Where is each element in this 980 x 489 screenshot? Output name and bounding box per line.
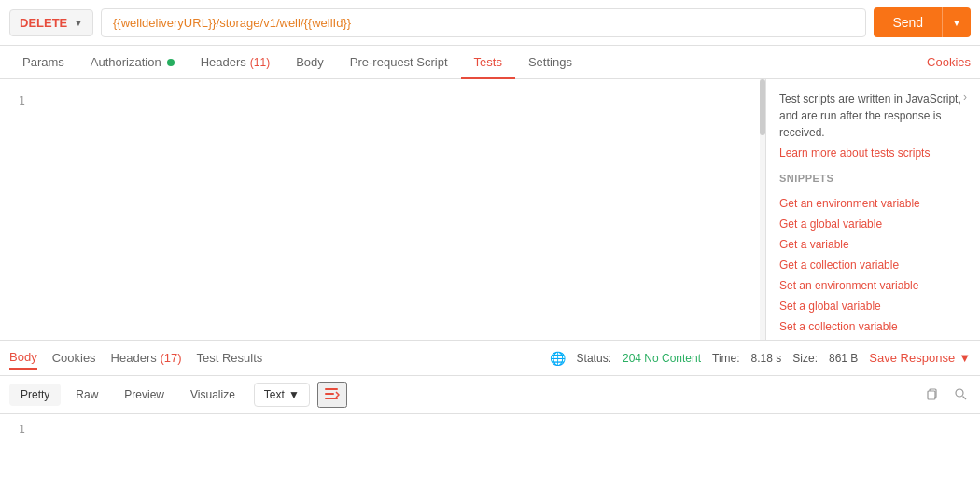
svg-rect-0 xyxy=(325,388,338,390)
tab-headers[interactable]: Headers (11) xyxy=(188,46,283,78)
save-response-dropdown-icon: ▼ xyxy=(959,351,971,365)
snippet-get-collection-var[interactable]: Get a collection variable xyxy=(779,255,967,275)
snippet-get-env-var[interactable]: Get an environment variable xyxy=(779,193,967,214)
time-label: Time: xyxy=(712,352,740,365)
send-button[interactable]: Send xyxy=(874,7,942,37)
tab-prerequest[interactable]: Pre-request Script xyxy=(337,46,461,78)
format-tab-preview[interactable]: Preview xyxy=(113,384,175,406)
cookies-button[interactable]: Cookies xyxy=(927,55,971,69)
editor-gutter: 1 xyxy=(0,79,33,115)
response-body: 1 xyxy=(0,414,980,489)
format-tab-raw[interactable]: Raw xyxy=(64,384,109,406)
authorization-active-dot xyxy=(167,59,175,66)
main-content: 1 Test scripts are written in JavaScript… xyxy=(0,79,980,341)
snippet-set-collection-var[interactable]: Set a collection variable xyxy=(779,316,967,337)
tabs-bar: Params Authorization Headers (11) Body P… xyxy=(0,46,980,79)
scrollbar-track[interactable] xyxy=(760,79,765,340)
tab-params[interactable]: Params xyxy=(9,46,77,78)
tab-tests[interactable]: Tests xyxy=(461,46,515,78)
editor-area[interactable]: 1 xyxy=(0,79,760,340)
svg-rect-2 xyxy=(325,398,338,399)
response-header: Body Cookies Headers (17) Test Results 🌐… xyxy=(0,341,980,376)
scrollbar-thumb[interactable] xyxy=(760,79,765,135)
snippets-label: SNIPPETS xyxy=(779,173,967,184)
time-value: 8.18 s xyxy=(751,352,782,365)
send-btn-group: Send ▼ xyxy=(874,7,971,37)
format-tab-visualize[interactable]: Visualize xyxy=(179,384,246,406)
svg-point-4 xyxy=(956,389,963,397)
svg-rect-1 xyxy=(325,393,334,395)
search-icon[interactable] xyxy=(950,384,971,407)
learn-link[interactable]: Learn more about tests scripts xyxy=(779,147,967,160)
snippet-get-variable[interactable]: Get a variable xyxy=(779,234,967,255)
method-label: DELETE xyxy=(20,16,70,30)
editor-content[interactable] xyxy=(33,79,760,340)
snippet-set-global-var[interactable]: Set a global variable xyxy=(779,296,967,316)
tab-settings[interactable]: Settings xyxy=(515,46,585,78)
snippet-set-env-var[interactable]: Set an environment variable xyxy=(779,275,967,296)
method-selector[interactable]: DELETE ▼ xyxy=(9,9,93,36)
url-input[interactable] xyxy=(101,8,866,37)
response-line-number-1: 1 xyxy=(0,423,33,436)
tab-body[interactable]: Body xyxy=(283,46,337,78)
globe-icon: 🌐 xyxy=(550,351,566,366)
response-status: 🌐 Status: 204 No Content Time: 8.18 s Si… xyxy=(550,351,971,366)
action-icons xyxy=(922,384,971,407)
size-value: 861 B xyxy=(829,352,858,365)
format-tab-pretty[interactable]: Pretty xyxy=(9,384,61,406)
status-label: Status: xyxy=(577,352,611,365)
chevron-right-icon: › xyxy=(963,91,967,104)
word-wrap-button[interactable] xyxy=(317,382,347,408)
snippet-clear-env-var[interactable]: Clear an environment variable xyxy=(779,337,967,340)
copy-icon[interactable] xyxy=(922,384,943,407)
svg-line-5 xyxy=(963,396,967,399)
size-label: Size: xyxy=(792,352,818,365)
top-bar: DELETE ▼ Send ▼ xyxy=(0,0,980,46)
snippet-get-global-var[interactable]: Get a global variable xyxy=(779,214,967,234)
save-response-button[interactable]: Save Response ▼ xyxy=(869,351,971,365)
info-text: Test scripts are written in JavaScript, … xyxy=(779,91,963,141)
text-dropdown-icon: ▼ xyxy=(288,388,300,401)
line-number-1: 1 xyxy=(0,87,25,107)
text-type-dropdown[interactable]: Text ▼ xyxy=(254,383,310,407)
response-tab-headers[interactable]: Headers (17) xyxy=(111,347,182,369)
response-tab-cookies[interactable]: Cookies xyxy=(52,347,96,369)
tab-authorization[interactable]: Authorization xyxy=(77,46,188,78)
method-dropdown-icon: ▼ xyxy=(74,18,83,28)
right-panel: Test scripts are written in JavaScript, … xyxy=(765,79,980,340)
svg-rect-3 xyxy=(928,391,935,399)
send-dropdown-button[interactable]: ▼ xyxy=(942,7,971,37)
status-code: 204 No Content xyxy=(623,352,701,365)
response-tab-body[interactable]: Body xyxy=(9,346,37,370)
response-tab-test-results[interactable]: Test Results xyxy=(197,347,263,369)
format-bar: Pretty Raw Preview Visualize Text ▼ xyxy=(0,376,980,414)
